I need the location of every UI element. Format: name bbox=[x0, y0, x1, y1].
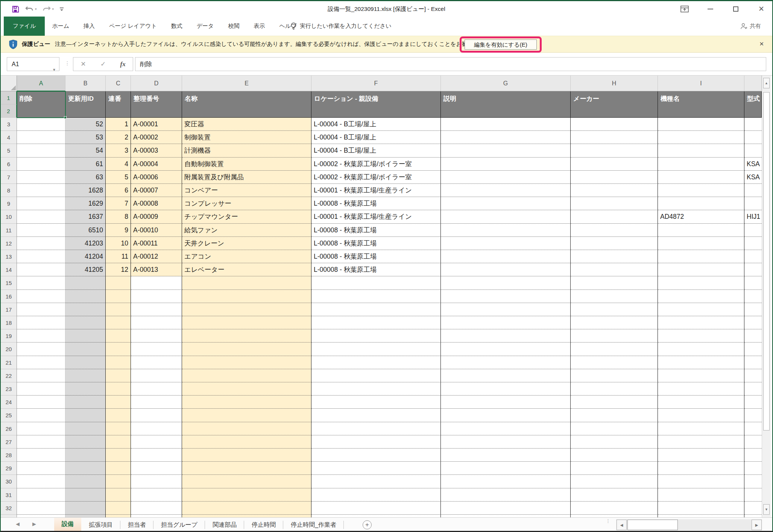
cell-F23[interactable] bbox=[311, 382, 441, 396]
cell-F19[interactable] bbox=[311, 329, 441, 343]
table-header-C[interactable]: 連番 bbox=[106, 91, 131, 118]
cell-E16[interactable] bbox=[182, 290, 311, 303]
cell-G19[interactable] bbox=[441, 329, 571, 343]
cell-B17[interactable] bbox=[65, 303, 106, 316]
cell-J4[interactable] bbox=[744, 131, 762, 144]
cell-A11[interactable] bbox=[17, 224, 65, 237]
cell-G4[interactable] bbox=[441, 131, 571, 144]
cell-E29[interactable] bbox=[182, 462, 311, 475]
cell-B8[interactable]: 1628 bbox=[65, 184, 106, 197]
cell-A6[interactable] bbox=[17, 158, 65, 171]
cell-H32[interactable] bbox=[571, 502, 658, 515]
cell-I8[interactable] bbox=[658, 184, 744, 197]
cell-H17[interactable] bbox=[571, 303, 658, 316]
cell-E24[interactable] bbox=[182, 396, 311, 409]
row-header-17[interactable]: 17 bbox=[1, 303, 17, 316]
cell-I19[interactable] bbox=[658, 329, 744, 343]
cell-E12[interactable]: 天井クレーン bbox=[182, 237, 311, 250]
tabbar-splitter[interactable]: ⋮ bbox=[606, 519, 611, 523]
cell-A13[interactable] bbox=[17, 250, 65, 263]
cell-G10[interactable] bbox=[441, 210, 571, 223]
cell-C10[interactable]: 8 bbox=[106, 210, 131, 223]
cell-A18[interactable] bbox=[17, 316, 65, 329]
row-header-26[interactable]: 26 bbox=[1, 422, 17, 435]
cell-H3[interactable] bbox=[571, 118, 658, 131]
cell-D14[interactable]: A-00013 bbox=[131, 263, 182, 276]
cell-G6[interactable] bbox=[441, 158, 571, 171]
cell-E27[interactable] bbox=[182, 435, 311, 449]
cell-B10[interactable]: 1637 bbox=[65, 210, 106, 223]
cell-C32[interactable] bbox=[106, 502, 131, 515]
cell-D11[interactable]: A-00010 bbox=[131, 224, 182, 237]
cell-E6[interactable]: 自動制御装置 bbox=[182, 158, 311, 171]
column-header-D[interactable]: D bbox=[131, 76, 182, 91]
cell-E5[interactable]: 計測機器 bbox=[182, 144, 311, 157]
formula-input[interactable]: 削除 bbox=[135, 57, 766, 71]
cell-I29[interactable] bbox=[658, 462, 744, 475]
cell-J7[interactable]: KSA bbox=[744, 171, 762, 184]
cell-E17[interactable] bbox=[182, 303, 311, 316]
row-header-22[interactable]: 22 bbox=[1, 369, 17, 382]
scroll-left-icon[interactable]: ◀ bbox=[617, 520, 627, 530]
cell-H11[interactable] bbox=[571, 224, 658, 237]
cell-B14[interactable]: 41205 bbox=[65, 263, 106, 276]
cell-I4[interactable] bbox=[658, 131, 744, 144]
cell-C30[interactable] bbox=[106, 475, 131, 488]
cell-A30[interactable] bbox=[17, 475, 65, 488]
row-header-9[interactable]: 9 bbox=[1, 197, 17, 210]
cell-D19[interactable] bbox=[131, 329, 182, 343]
cell-J12[interactable] bbox=[744, 237, 762, 250]
sheet-tab-関連部品[interactable]: 関連部品 bbox=[205, 518, 244, 532]
cell-D16[interactable] bbox=[131, 290, 182, 303]
cell-B4[interactable]: 53 bbox=[65, 131, 106, 144]
cell-B27[interactable] bbox=[65, 435, 106, 449]
cell-I7[interactable] bbox=[658, 171, 744, 184]
row-header-15[interactable]: 15 bbox=[1, 276, 17, 289]
cell-A26[interactable] bbox=[17, 422, 65, 435]
cell-C21[interactable] bbox=[106, 356, 131, 369]
cell-G29[interactable] bbox=[441, 462, 571, 475]
column-header-G[interactable]: G bbox=[441, 76, 571, 91]
cell-I22[interactable] bbox=[658, 369, 744, 382]
vertical-scrollbar-thumb[interactable] bbox=[763, 92, 770, 430]
cell-I16[interactable] bbox=[658, 290, 744, 303]
cell-H8[interactable] bbox=[571, 184, 658, 197]
cell-I32[interactable] bbox=[658, 502, 744, 515]
cell-J27[interactable] bbox=[744, 435, 762, 449]
cell-G30[interactable] bbox=[441, 475, 571, 488]
cell-E31[interactable] bbox=[182, 488, 311, 502]
cell-C12[interactable]: 10 bbox=[106, 237, 131, 250]
sheet-tab-担当グループ[interactable]: 担当グループ bbox=[153, 518, 205, 532]
cell-D12[interactable]: A-00011 bbox=[131, 237, 182, 250]
cell-J15[interactable] bbox=[744, 276, 762, 289]
cell-A31[interactable] bbox=[17, 488, 65, 502]
row-header-16[interactable]: 16 bbox=[1, 290, 17, 303]
cell-E10[interactable]: チップマウンター bbox=[182, 210, 311, 223]
cell-H26[interactable] bbox=[571, 422, 658, 435]
cell-C15[interactable] bbox=[106, 276, 131, 289]
cell-B11[interactable]: 6510 bbox=[65, 224, 106, 237]
cell-D10[interactable]: A-00009 bbox=[131, 210, 182, 223]
cell-F8[interactable]: L-00001 - 秋葉原工場/生産ライン bbox=[311, 184, 441, 197]
scroll-up-icon[interactable]: ▲ bbox=[763, 78, 770, 88]
row-header-1[interactable]: 1 bbox=[1, 91, 17, 105]
name-box-dropdown-icon[interactable]: ▼ bbox=[52, 63, 56, 76]
cell-A4[interactable] bbox=[17, 131, 65, 144]
cell-G9[interactable] bbox=[441, 197, 571, 210]
table-header-G[interactable]: 説明 bbox=[441, 91, 571, 118]
cell-D24[interactable] bbox=[131, 396, 182, 409]
row-header-4[interactable]: 4 bbox=[1, 131, 17, 144]
cell-A33[interactable] bbox=[17, 515, 65, 517]
cell-G15[interactable] bbox=[441, 276, 571, 289]
row-header-29[interactable]: 29 bbox=[1, 462, 17, 475]
cell-C14[interactable]: 12 bbox=[106, 263, 131, 276]
cell-J17[interactable] bbox=[744, 303, 762, 316]
cell-C19[interactable] bbox=[106, 329, 131, 343]
cell-H29[interactable] bbox=[571, 462, 658, 475]
column-header-E[interactable]: E bbox=[182, 76, 311, 91]
row-header-28[interactable]: 28 bbox=[1, 449, 17, 462]
cell-G33[interactable] bbox=[441, 515, 571, 517]
cell-H9[interactable] bbox=[571, 197, 658, 210]
cell-A25[interactable] bbox=[17, 409, 65, 422]
row-header-33[interactable]: 33 bbox=[1, 515, 17, 517]
